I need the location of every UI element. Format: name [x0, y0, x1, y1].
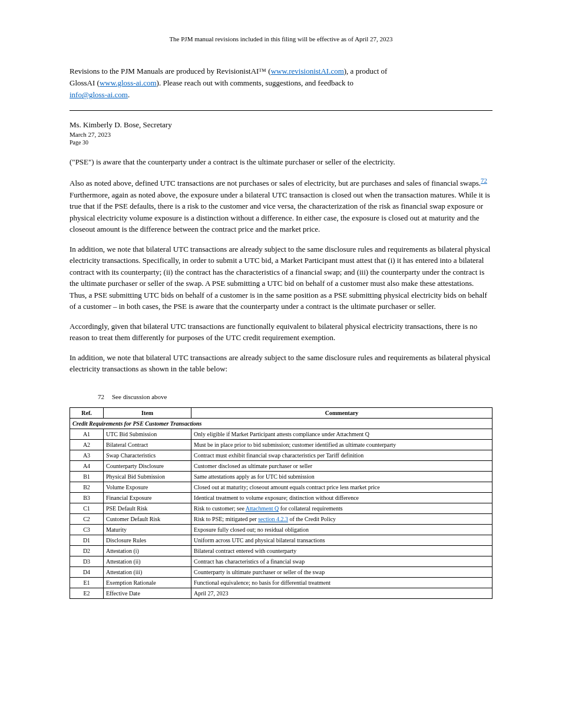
cell-item: Disclosure Rules [104, 535, 191, 546]
table-row: D3Attestation (ii)Contract has character… [70, 556, 492, 567]
cell-item: Exemption Rationale [104, 578, 191, 588]
cell-item: Physical Bid Submission [104, 472, 191, 482]
paragraph: Accordingly, given that bilateral UTC tr… [70, 321, 492, 344]
intro-text: ), a product of [344, 67, 388, 75]
cell-commentary: Contract must exhibit financial swap cha… [191, 450, 492, 461]
cell-ref: D1 [70, 535, 104, 546]
table-header-row: Ref. Item Commentary [70, 408, 492, 419]
paragraph: Also as noted above, defined UTC transac… [70, 176, 492, 235]
cell-text: of the Credit Policy [288, 516, 336, 522]
cell-ref: D4 [70, 567, 104, 578]
cell-item: Attestation (i) [104, 546, 191, 556]
cell-item: UTC Bid Submission [104, 429, 191, 440]
cell-commentary: Only eligible if Market Participant atte… [191, 429, 492, 440]
requirements-table: Ref. Item Commentary Credit Requirements… [70, 407, 492, 599]
table-title: Credit Requirements for PSE Customer Tra… [70, 419, 492, 429]
table-row: A3Swap CharacteristicsContract must exhi… [70, 450, 492, 461]
cell-item: Bilateral Contract [104, 440, 191, 450]
paragraph: ("PSE") is aware that the counterparty u… [70, 156, 492, 168]
cell-commentary: Counterparty is ultimate purchaser or se… [191, 567, 492, 578]
link-inline[interactable]: Attachment Q [246, 505, 279, 512]
table-row: A1UTC Bid SubmissionOnly eligible if Mar… [70, 429, 492, 440]
cell-ref: D3 [70, 556, 104, 567]
body-text: ("PSE") is aware that the counterparty u… [70, 156, 492, 375]
cell-ref: C1 [70, 503, 104, 514]
cell-ref: E1 [70, 578, 104, 588]
cell-commentary: Customer disclosed as ultimate purchaser… [191, 461, 492, 472]
link-glossai[interactable]: www.gloss-ai.com [100, 78, 157, 87]
table-row: B2Volume ExposureClosed out at maturity;… [70, 482, 492, 493]
intro-text: . [128, 90, 130, 99]
link-revisionistai[interactable]: www.revisionistAI.com [271, 67, 344, 75]
cell-ref: A1 [70, 429, 104, 440]
col-header-item: Item [104, 408, 191, 419]
cell-text: for collateral requirements [279, 505, 343, 512]
paragraph: In addition, we note that bilateral UTC … [70, 243, 492, 312]
cell-item: Financial Exposure [104, 493, 191, 503]
table-row: E1Exemption RationaleFunctional equivale… [70, 578, 492, 588]
cell-ref: C2 [70, 514, 104, 525]
table-row: C1PSE Default RiskRisk to customer; see … [70, 503, 492, 514]
footnote-text: See discussion above [112, 393, 167, 400]
cell-ref: B3 [70, 493, 104, 503]
cell-item: Customer Default Risk [104, 514, 191, 525]
table-row: C3MaturityExposure fully closed out; no … [70, 525, 492, 535]
cell-commentary: Exposure fully closed out; no residual o… [191, 525, 492, 535]
table-row: C2Customer Default RiskRisk to PSE; miti… [70, 514, 492, 525]
letter-date: March 27, 2023 [70, 131, 492, 138]
table-row: B3Financial ExposureIdentical treatment … [70, 493, 492, 503]
footnote-number: 72 [98, 393, 112, 401]
cell-commentary: Uniform across UTC and physical bilatera… [191, 535, 492, 546]
cell-commentary: Functional equivalence; no basis for dif… [191, 578, 492, 588]
cell-item: Effective Date [104, 588, 191, 599]
cell-ref: E2 [70, 588, 104, 599]
intro-text: Revisions to the PJM Manuals are produce… [70, 67, 271, 75]
intro-text: GlossAI ( [70, 78, 100, 87]
cell-commentary: April 27, 2023 [191, 588, 492, 599]
table-row: D1Disclosure RulesUniform across UTC and… [70, 535, 492, 546]
link-inline[interactable]: section 4.2.3 [258, 516, 288, 522]
footnote-72: 72See discussion above [98, 393, 492, 401]
cell-item: Swap Characteristics [104, 450, 191, 461]
cell-ref: D2 [70, 546, 104, 556]
link-email[interactable]: info@gloss-ai.com [70, 90, 128, 99]
table-title-row: Credit Requirements for PSE Customer Tra… [70, 419, 492, 429]
table-row: A4Counterparty DisclosureCustomer disclo… [70, 461, 492, 472]
cell-commentary: Must be in place prior to bid submission… [191, 440, 492, 450]
cell-commentary: Risk to PSE; mitigated per section 4.2.3… [191, 514, 492, 525]
intro-text: ). Please reach out with comments, sugge… [157, 78, 353, 87]
cell-commentary: Risk to customer; see Attachment Q for c… [191, 503, 492, 514]
table-row: D2Attestation (i)Bilateral contract ente… [70, 546, 492, 556]
cell-ref: B1 [70, 472, 104, 482]
cell-commentary: Contract has characteristics of a financ… [191, 556, 492, 567]
col-header-ref: Ref. [70, 408, 104, 419]
col-header-comm: Commentary [191, 408, 492, 419]
footnote-ref-72[interactable]: 72 [481, 177, 487, 184]
cell-ref: A2 [70, 440, 104, 450]
table-row: E2Effective DateApril 27, 2023 [70, 588, 492, 599]
intro-block: Revisions to the PJM Manuals are produce… [70, 66, 492, 101]
cell-item: Counterparty Disclosure [104, 461, 191, 472]
cell-text: Risk to PSE; mitigated per [194, 516, 258, 522]
cell-ref: C3 [70, 525, 104, 535]
cell-item: Maturity [104, 525, 191, 535]
paragraph-text: Also as noted above, defined UTC transac… [70, 179, 481, 187]
page-number: Page 30 [70, 139, 492, 146]
cell-item: Attestation (iii) [104, 567, 191, 578]
table-row: B1Physical Bid SubmissionSame attestatio… [70, 472, 492, 482]
cell-ref: A4 [70, 461, 104, 472]
cell-ref: A3 [70, 450, 104, 461]
cell-commentary: Closed out at maturity; closeout amount … [191, 482, 492, 493]
footnotes: 72See discussion above [98, 393, 492, 401]
table-row: D4Attestation (iii)Counterparty is ultim… [70, 567, 492, 578]
paragraph: In addition, we note that bilateral UTC … [70, 352, 492, 375]
cell-item: PSE Default Risk [104, 503, 191, 514]
cell-commentary: Bilateral contract entered with counterp… [191, 546, 492, 556]
paragraph-text: Furthermore, again as noted above, the e… [70, 190, 490, 234]
cell-text: Risk to customer; see [194, 505, 246, 512]
cell-item: Attestation (ii) [104, 556, 191, 567]
addressee-name: Ms. Kimberly D. Bose, Secretary [70, 120, 492, 130]
cell-commentary: Same attestations apply as for UTC bid s… [191, 472, 492, 482]
cell-item: Volume Exposure [104, 482, 191, 493]
cell-commentary: Identical treatment to volume exposure; … [191, 493, 492, 503]
